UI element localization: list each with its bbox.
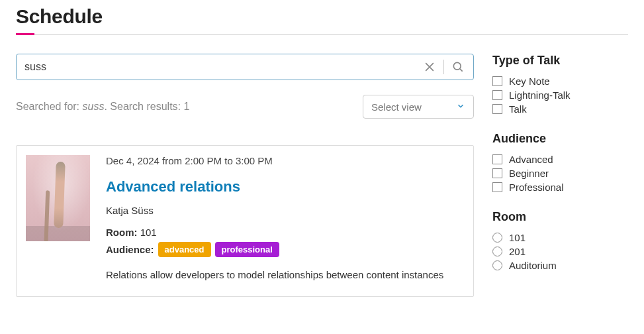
audience-label: Audience: bbox=[106, 244, 154, 255]
checkbox-icon bbox=[492, 76, 502, 86]
facet-sidebar: Type of Talk Key Note Lightning-Talk Tal… bbox=[492, 54, 628, 297]
facet-item-lightning[interactable]: Lightning-Talk bbox=[492, 89, 628, 101]
search-bar bbox=[16, 54, 474, 80]
facet-item-talk[interactable]: Talk bbox=[492, 103, 628, 115]
radio-icon bbox=[492, 260, 502, 270]
result-speaker: Katja Süss bbox=[106, 205, 463, 216]
result-description: Relations allow developers to model rela… bbox=[106, 269, 463, 280]
search-icons bbox=[422, 60, 465, 74]
facet-group-audience: Audience Advanced Beginner Professional bbox=[492, 132, 628, 193]
facet-item-201[interactable]: 201 bbox=[492, 246, 628, 257]
results-count: 1 bbox=[183, 101, 189, 112]
facet-item-auditorium[interactable]: Auditorium bbox=[492, 260, 628, 271]
checkbox-icon bbox=[492, 168, 502, 178]
clear-icon[interactable] bbox=[422, 60, 437, 74]
checkbox-icon bbox=[492, 90, 502, 100]
svg-point-0 bbox=[453, 62, 461, 70]
facet-heading-room: Room bbox=[492, 210, 628, 224]
select-view-dropdown[interactable]: Select view bbox=[363, 95, 474, 119]
badge-advanced: advanced bbox=[158, 242, 211, 257]
search-meta-text: Searched for: suss. Search results: 1 bbox=[16, 101, 189, 113]
facet-item-label: Key Note bbox=[509, 76, 550, 87]
results-label: Search results: bbox=[110, 101, 181, 112]
checkbox-icon bbox=[492, 104, 502, 114]
search-input[interactable] bbox=[24, 61, 422, 73]
facet-item-label: Advanced bbox=[509, 154, 553, 165]
facet-item-professional[interactable]: Professional bbox=[492, 182, 628, 193]
searched-for-label: Searched for: bbox=[16, 101, 79, 112]
facet-item-label: Lightning-Talk bbox=[509, 89, 571, 101]
result-card: Dec 4, 2024 from 2:00 PM to 3:00 PM Adva… bbox=[16, 145, 474, 297]
result-body: Dec 4, 2024 from 2:00 PM to 3:00 PM Adva… bbox=[106, 155, 463, 280]
checkbox-icon bbox=[492, 154, 502, 164]
result-date: Dec 4, 2024 from 2:00 PM to 3:00 PM bbox=[106, 155, 463, 166]
facet-item-label: 101 bbox=[509, 232, 526, 243]
facet-heading-audience: Audience bbox=[492, 132, 628, 146]
result-audience: Audience: advanced professional bbox=[106, 242, 463, 257]
facet-item-101[interactable]: 101 bbox=[492, 232, 628, 243]
facet-heading-type: Type of Talk bbox=[492, 54, 628, 68]
content-wrap: Searched for: suss. Search results: 1 Se… bbox=[16, 35, 628, 297]
icon-divider bbox=[443, 60, 444, 74]
page-header: Schedule bbox=[16, 0, 628, 35]
radio-icon bbox=[492, 247, 502, 256]
page-title: Schedule bbox=[16, 5, 628, 28]
facet-group-type: Type of Talk Key Note Lightning-Talk Tal… bbox=[492, 54, 628, 115]
radio-icon bbox=[492, 233, 502, 243]
result-title-link[interactable]: Advanced relations bbox=[106, 178, 463, 195]
facet-item-label: Professional bbox=[509, 182, 564, 193]
room-label: Room: bbox=[106, 227, 138, 238]
facet-group-room: Room 101 201 Auditorium bbox=[492, 210, 628, 271]
result-room: Room: 101 bbox=[106, 227, 463, 238]
search-meta-row: Searched for: suss. Search results: 1 Se… bbox=[16, 95, 474, 119]
select-view-label: Select view bbox=[371, 101, 422, 113]
facet-item-label: Auditorium bbox=[509, 260, 557, 271]
main-column: Searched for: suss. Search results: 1 Se… bbox=[16, 54, 474, 297]
badge-professional: professional bbox=[215, 242, 279, 257]
chevron-down-icon bbox=[456, 101, 465, 113]
meta-sep: . bbox=[104, 101, 110, 112]
facet-item-beginner[interactable]: Beginner bbox=[492, 168, 628, 179]
facet-item-advanced[interactable]: Advanced bbox=[492, 154, 628, 165]
search-icon[interactable] bbox=[451, 60, 465, 74]
facet-item-keynote[interactable]: Key Note bbox=[492, 76, 628, 87]
room-value: 101 bbox=[140, 227, 157, 238]
facet-item-label: 201 bbox=[509, 246, 526, 257]
facet-item-label: Talk bbox=[509, 103, 527, 115]
result-thumbnail bbox=[26, 155, 90, 241]
facet-item-label: Beginner bbox=[509, 168, 549, 179]
searched-term: suss bbox=[83, 101, 105, 112]
checkbox-icon bbox=[492, 182, 502, 192]
title-accent bbox=[16, 33, 34, 35]
